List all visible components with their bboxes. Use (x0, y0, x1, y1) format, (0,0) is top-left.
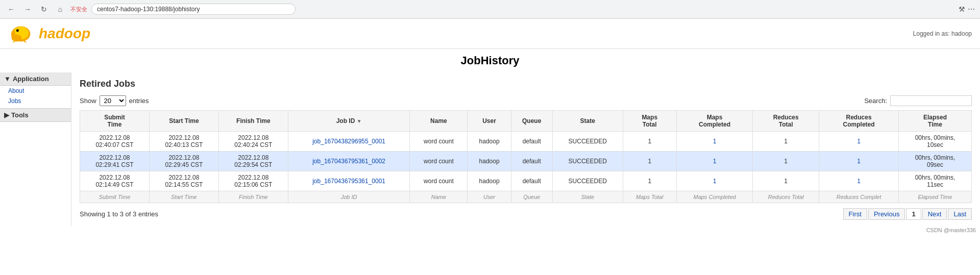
entry-count: Showing 1 to 3 of 3 entries (80, 210, 158, 218)
col-start-time: Start Time (149, 111, 218, 132)
next-page-button[interactable]: Next (922, 208, 947, 220)
sidebar-application-header[interactable]: ▼ Application (0, 72, 71, 86)
application-triangle-icon: ▼ (4, 75, 11, 83)
job-id-link[interactable]: job_1670436795361_0002 (312, 158, 385, 165)
table-body: 2022.12.0802:40:07 CST2022.12.0802:40:13… (80, 132, 972, 191)
sort-arrow-icon: ▼ (357, 118, 362, 124)
cell-maps_completed[interactable]: 1 (676, 152, 753, 171)
col-reduces-total: ReducesTotal (753, 111, 819, 132)
cell-job_id[interactable]: job_1670436795361_0001 (288, 171, 410, 191)
table-footer-row: Submit Time Start Time Finish Time Job I… (80, 191, 972, 203)
cell-queue: default (511, 171, 552, 191)
last-page-button[interactable]: Last (948, 208, 972, 220)
footer-user: User (468, 191, 511, 203)
cell-user: hadoop (468, 152, 511, 171)
reduces_completed-link[interactable]: 1 (857, 138, 861, 145)
col-elapsed-time: ElapsedTime (899, 111, 972, 132)
cell-maps_total: 1 (623, 132, 676, 152)
cell-name: word count (410, 152, 468, 171)
back-button[interactable]: ← (5, 3, 17, 15)
table-row: 2022.12.0802:29:41 CST2022.12.0802:29:45… (80, 152, 972, 171)
jobs-table: SubmitTime Start Time Finish Time Job ID… (80, 110, 972, 203)
cell-reduces_completed[interactable]: 1 (819, 152, 899, 171)
cell-elapsed_time: 00hrs, 00mins,11sec (899, 171, 972, 191)
footer-queue: Queue (511, 191, 552, 203)
job-id-link[interactable]: job_1670436795361_0001 (312, 178, 385, 185)
hadoop-logo (8, 21, 34, 46)
reduces_completed-link[interactable]: 1 (857, 158, 861, 165)
cell-finish_time: 2022.12.0802:40:24 CST (218, 132, 288, 152)
table-row: 2022.12.0802:14:49 CST2022.12.0802:14:55… (80, 171, 972, 191)
footer-state: State (552, 191, 623, 203)
cell-reduces_total: 1 (753, 132, 819, 152)
forward-button[interactable]: → (21, 3, 34, 15)
previous-page-button[interactable]: Previous (868, 208, 905, 220)
footer-elapsed-time: Elapsed Time (899, 191, 972, 203)
more-icon: ⋯ (968, 5, 975, 13)
col-submit-time: SubmitTime (80, 111, 150, 132)
cell-reduces_completed[interactable]: 1 (819, 171, 899, 191)
col-state: State (552, 111, 623, 132)
maps_completed-link[interactable]: 1 (713, 178, 717, 185)
cell-elapsed_time: 00hrs, 00mins,10sec (899, 132, 972, 152)
page-1-button[interactable]: 1 (906, 208, 921, 220)
sidebar: ▼ Application About Jobs ▶ Tools (0, 72, 71, 226)
sidebar-item-about[interactable]: About (0, 86, 71, 96)
maps_completed-link[interactable]: 1 (713, 158, 717, 165)
first-page-button[interactable]: First (843, 208, 867, 220)
job-id-link[interactable]: job_1670438296955_0001 (312, 138, 385, 145)
reduces_completed-link[interactable]: 1 (857, 178, 861, 185)
show-entries: Show 10 20 50 100 entries (80, 95, 149, 106)
csdn-watermark: CSDN @master336 (0, 226, 980, 234)
cell-finish_time: 2022.12.0802:15:06 CST (218, 171, 288, 191)
sidebar-item-jobs[interactable]: Jobs (0, 96, 71, 106)
security-label: 不安全 (70, 6, 87, 13)
entries-select[interactable]: 10 20 50 100 (100, 95, 126, 106)
browser-icons: ⚒ ⋯ (959, 5, 975, 13)
cell-elapsed_time: 00hrs, 00mins,09sec (899, 152, 972, 171)
reload-button[interactable]: ↻ (38, 3, 50, 15)
table-controls: Show 10 20 50 100 entries Search: (80, 95, 972, 106)
url-bar[interactable] (91, 4, 296, 15)
footer-reduces-completed: Reduces Complet (819, 191, 899, 203)
cell-maps_total: 1 (623, 152, 676, 171)
cell-queue: default (511, 152, 552, 171)
cell-reduces_completed[interactable]: 1 (819, 132, 899, 152)
user-info: Logged in as: hadoop (913, 30, 972, 37)
application-label: Application (13, 75, 49, 83)
maps_completed-link[interactable]: 1 (713, 138, 717, 145)
col-job-id[interactable]: Job ID ▼ (288, 111, 410, 132)
search-area: Search: (864, 95, 972, 106)
footer-name: Name (410, 191, 468, 203)
sidebar-tools-header[interactable]: ▶ Tools (0, 108, 71, 122)
table-header-row: SubmitTime Start Time Finish Time Job ID… (80, 111, 972, 132)
main-layout: ▼ Application About Jobs ▶ Tools Retired… (0, 72, 980, 226)
search-input[interactable] (890, 95, 972, 106)
logo-text: hadoop (39, 26, 90, 42)
cell-submit_time: 2022.12.0802:40:07 CST (80, 132, 150, 152)
cell-queue: default (511, 132, 552, 152)
search-label: Search: (864, 97, 887, 105)
cell-job_id[interactable]: job_1670436795361_0002 (288, 152, 410, 171)
section-title: Retired Jobs (80, 79, 972, 89)
cell-submit_time: 2022.12.0802:29:41 CST (80, 152, 150, 171)
cell-job_id[interactable]: job_1670438296955_0001 (288, 132, 410, 152)
cell-start_time: 2022.12.0802:14:55 CST (149, 171, 218, 191)
cell-maps_completed[interactable]: 1 (676, 171, 753, 191)
cell-state: SUCCEEDED (552, 132, 623, 152)
col-maps-completed: MapsCompleted (676, 111, 753, 132)
content-area: Retired Jobs Show 10 20 50 100 entries S… (71, 72, 980, 226)
cell-state: SUCCEEDED (552, 171, 623, 191)
footer-finish-time: Finish Time (218, 191, 288, 203)
cell-maps_total: 1 (623, 171, 676, 191)
table-footer: Showing 1 to 3 of 3 entries First Previo… (80, 208, 972, 220)
home-button[interactable]: ⌂ (54, 3, 66, 15)
col-finish-time: Finish Time (218, 111, 288, 132)
cell-maps_completed[interactable]: 1 (676, 132, 753, 152)
cell-finish_time: 2022.12.0802:29:54 CST (218, 152, 288, 171)
cell-state: SUCCEEDED (552, 152, 623, 171)
footer-maps-total: Maps Total (623, 191, 676, 203)
pagination: First Previous 1 Next Last (843, 208, 972, 220)
page-title-area: JobHistory (0, 49, 980, 72)
footer-submit-time: Submit Time (80, 191, 150, 203)
